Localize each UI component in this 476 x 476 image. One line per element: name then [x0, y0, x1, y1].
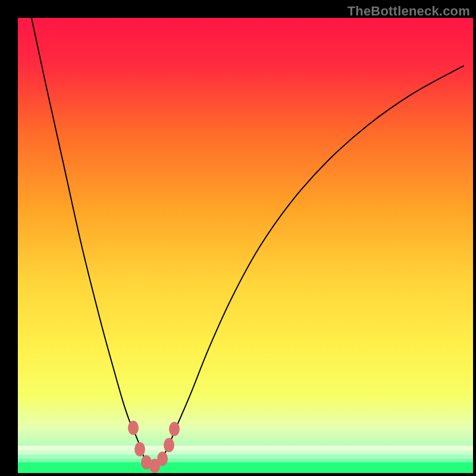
bottleneck-curve — [18, 18, 473, 473]
curve-marker — [128, 421, 139, 435]
curve-marker — [157, 452, 168, 466]
watermark-text: TheBottleneck.com — [347, 4, 470, 19]
curve-marker — [164, 438, 174, 452]
plot-area — [18, 18, 473, 473]
chart-root: TheBottleneck.com — [0, 0, 476, 476]
curve-marker — [169, 422, 180, 436]
